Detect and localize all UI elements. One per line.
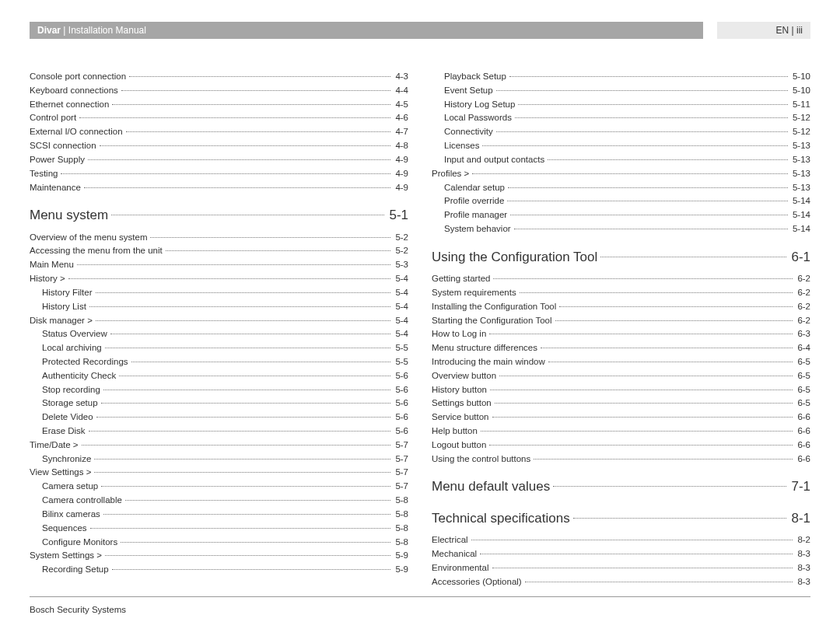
toc-leader-dots	[96, 417, 391, 418]
toc-entry: Overview of the menu system5-2	[30, 231, 408, 245]
toc-page: 8-1	[788, 508, 810, 529]
toc-page: 7-1	[788, 477, 810, 497]
toc-page: 4-8	[392, 139, 408, 153]
toc-label: Keyboard connections	[30, 84, 120, 98]
toc-page: 8-3	[794, 575, 810, 589]
toc-entry: Bilinx cameras5-8	[30, 508, 408, 522]
toc-leader-dots	[77, 264, 390, 265]
toc-label: Installing the Configuration Tool	[432, 300, 558, 314]
toc-label: Introducing the main window	[432, 355, 547, 369]
toc-label: Disk manager >	[30, 314, 94, 328]
toc-entry: Service button6-6	[432, 411, 810, 425]
toc-chapter: Using the Configuration Tool6-1	[432, 247, 810, 267]
toc-label: Testing	[30, 167, 59, 181]
toc-label: Camera setup	[30, 480, 100, 494]
toc-entry: Maintenance4-9	[30, 181, 408, 195]
toc-entry: Event Setup5-10	[432, 84, 810, 98]
toc-page: 5-13	[789, 167, 810, 181]
toc-page: 5-9	[392, 549, 408, 563]
footer-company: Bosch Security Systems	[30, 605, 126, 614]
toc-leader-dots	[515, 117, 788, 118]
toc-label: Menu structure differences	[432, 341, 539, 355]
toc-entry: Sequences5-8	[30, 522, 408, 536]
toc-entry: Menu structure differences6-4	[432, 341, 810, 355]
toc-chapter: Technical specifications8-1	[432, 508, 810, 529]
toc-leader-dots	[559, 306, 793, 307]
toc-label: Environmental	[432, 561, 491, 575]
toc-page: 5-13	[789, 139, 810, 153]
toc-label: Menu default values	[432, 477, 551, 497]
toc-leader-dots	[492, 417, 793, 418]
toc-label: External I/O connection	[30, 125, 124, 139]
toc-label: Maintenance	[30, 181, 82, 195]
page-header: Divar | Installation Manual EN | iii	[30, 22, 810, 39]
toc-entry: External I/O connection4-7	[30, 125, 408, 139]
toc-page: 5-2	[392, 231, 408, 245]
toc-label: How to Log in	[432, 327, 488, 341]
toc-page: 8-3	[794, 561, 810, 575]
toc-entry: Local Passwords5-12	[432, 111, 810, 125]
toc-entry: Erase Disk5-6	[30, 425, 408, 439]
toc-leader-dots	[119, 376, 390, 376]
toc-label: History List	[30, 300, 88, 314]
toc-label: Calendar setup	[432, 181, 506, 195]
toc-leader-dots	[68, 278, 391, 279]
toc-entry: Protected Recordings5-5	[30, 355, 408, 369]
toc-entry: Settings button6-5	[432, 397, 810, 411]
toc-entry: Overview button6-5	[432, 369, 810, 383]
toc-leader-dots	[150, 237, 390, 238]
toc-leader-dots	[496, 90, 788, 91]
toc-page: 5-4	[392, 300, 408, 314]
toc-entry: Keyboard connections4-4	[30, 84, 408, 98]
toc-page: 6-5	[794, 383, 810, 397]
toc-entry: Recording Setup5-9	[30, 563, 408, 577]
toc-leader-dots	[88, 159, 390, 160]
toc-page: 5-14	[789, 208, 810, 222]
toc-leader-dots	[507, 201, 788, 201]
toc-label: Configure Monitors	[30, 536, 119, 550]
toc-entry: Input and output contacts5-13	[432, 153, 810, 167]
toc-leader-dots	[89, 306, 391, 307]
toc-entry: Synchronize5-7	[30, 453, 408, 467]
toc-leader-dots	[125, 500, 390, 501]
toc-label: Local Passwords	[432, 111, 513, 125]
toc-label: Control port	[30, 111, 78, 125]
toc-leader-dots	[514, 229, 788, 229]
toc-page: 6-4	[794, 341, 810, 355]
toc-page: 5-1	[386, 205, 408, 225]
toc-page: 5-8	[392, 508, 408, 522]
toc-leader-dots	[94, 459, 390, 460]
header-separator: |	[61, 25, 68, 36]
toc-page: 5-13	[789, 153, 810, 167]
toc-page: 6-5	[794, 355, 810, 369]
toc-leader-dots	[499, 376, 793, 376]
toc-page: 6-6	[794, 411, 810, 425]
toc-leader-dots	[510, 215, 788, 215]
toc-leader-dots	[105, 555, 390, 556]
toc-label: Using the control buttons	[432, 453, 532, 467]
toc-page: 6-5	[794, 397, 810, 411]
toc-page: 6-2	[794, 314, 810, 328]
toc-page: 4-9	[392, 167, 408, 181]
header-gap	[703, 22, 717, 39]
toc-entry: Connectivity5-12	[432, 125, 810, 139]
toc-entry: Control port4-6	[30, 111, 408, 125]
toc-label: History Filter	[30, 286, 94, 300]
toc-label: Sequences	[30, 522, 89, 536]
toc-label: Event Setup	[432, 84, 495, 98]
toc-entry: Environmental8-3	[432, 561, 810, 575]
toc-entry: Delete Video5-6	[30, 411, 408, 425]
toc-label: Profiles >	[432, 167, 471, 181]
toc-entry: Logout button6-6	[432, 439, 810, 453]
toc-entry: Profile override5-14	[432, 194, 810, 208]
toc-label: View Settings >	[30, 466, 93, 480]
toc-entry: History Filter5-4	[30, 286, 408, 300]
toc-leader-dots	[126, 131, 391, 132]
toc-page: 6-6	[794, 453, 810, 467]
toc-label: Delete Video	[30, 411, 95, 425]
toc-page: 5-7	[392, 439, 408, 453]
toc-page: 5-3	[392, 258, 408, 272]
toc-entry: System behavior5-14	[432, 222, 810, 236]
toc-label: Settings button	[432, 397, 493, 411]
toc-leader-dots	[482, 145, 788, 146]
